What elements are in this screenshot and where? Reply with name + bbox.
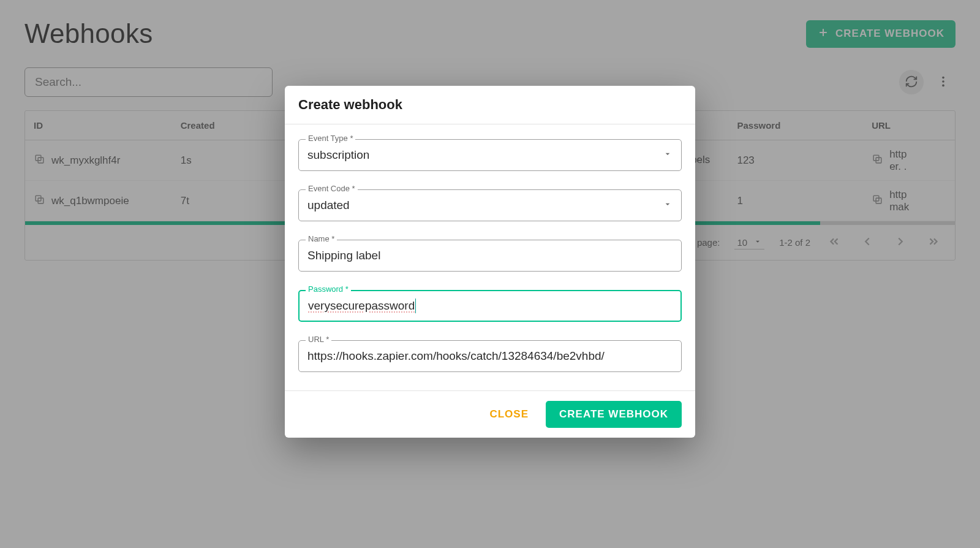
event-code-value: updated: [307, 199, 350, 212]
event-code-field: Event Code * updated: [298, 189, 682, 221]
url-input[interactable]: [307, 349, 673, 363]
url-field: URL *: [298, 340, 682, 372]
name-field: Name *: [298, 240, 682, 272]
url-label: URL *: [306, 335, 331, 344]
event-code-select[interactable]: updated: [298, 189, 682, 221]
modal-overlay[interactable]: Create webhook Event Type * subscription…: [0, 0, 980, 548]
password-label: Password *: [306, 284, 351, 294]
password-field: Password * verysecurepassword: [298, 290, 682, 322]
close-button[interactable]: CLOSE: [489, 408, 529, 421]
submit-create-webhook-button[interactable]: CREATE WEBHOOK: [546, 401, 682, 428]
event-type-field: Event Type * subscription: [298, 139, 682, 171]
chevron-down-icon: [663, 148, 673, 162]
event-type-value: subscription: [307, 148, 369, 162]
password-value: verysecurepassword: [308, 299, 415, 313]
text-cursor: [415, 299, 416, 313]
chevron-down-icon: [663, 199, 673, 212]
create-webhook-modal: Create webhook Event Type * subscription…: [285, 86, 695, 438]
event-type-label: Event Type *: [306, 134, 355, 143]
event-code-label: Event Code *: [306, 184, 358, 193]
event-type-select[interactable]: subscription: [298, 139, 682, 171]
modal-title: Create webhook: [285, 86, 695, 124]
name-input[interactable]: [307, 249, 673, 262]
password-input[interactable]: verysecurepassword: [298, 290, 682, 322]
name-label: Name *: [306, 234, 337, 243]
